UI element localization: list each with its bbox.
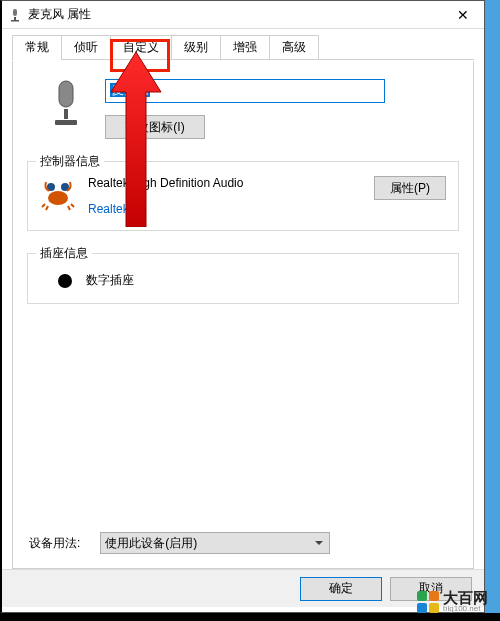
tab-enhance-label: 增强 (233, 40, 257, 54)
device-name-value: 麦克风 (110, 83, 150, 97)
tab-general[interactable]: 常规 (12, 35, 62, 60)
titlebar: 麦克风 属性 ✕ (2, 1, 484, 29)
tab-listen[interactable]: 侦听 (62, 35, 111, 59)
page-bg-bottom (0, 613, 500, 621)
controller-row: Realtek High Definition Audio Realtek 属性… (40, 176, 446, 216)
jack-legend: 插座信息 (36, 245, 92, 262)
svg-rect-5 (64, 109, 68, 119)
tab-custom-label: 自定义 (123, 40, 159, 54)
controller-text: Realtek High Definition Audio Realtek (88, 176, 362, 216)
svg-point-7 (48, 191, 68, 205)
page-bg-right (485, 0, 500, 621)
ok-button[interactable]: 确定 (300, 577, 382, 601)
tab-levels-label: 级别 (184, 40, 208, 54)
svg-rect-2 (11, 20, 19, 22)
device-usage-selected: 使用此设备(启用) (105, 536, 197, 550)
tab-advanced[interactable]: 高级 (270, 35, 319, 59)
jack-groupbox: 插座信息 数字插座 (27, 253, 459, 304)
svg-rect-3 (59, 81, 73, 107)
tab-listen-label: 侦听 (74, 40, 98, 54)
tab-underline (12, 59, 474, 60)
controller-name: Realtek High Definition Audio (88, 176, 362, 190)
tab-general-label: 常规 (25, 40, 49, 54)
device-usage-row: 设备用法: 使用此设备(启用) (29, 532, 330, 554)
controller-properties-label: 属性(P) (390, 181, 430, 195)
tab-custom[interactable]: 自定义 (111, 35, 172, 59)
ok-label: 确定 (329, 581, 353, 595)
jack-row: 数字插座 (58, 272, 446, 289)
close-icon: ✕ (457, 7, 469, 23)
microphone-large-icon (47, 79, 85, 131)
logo-url: big100.net (443, 605, 488, 613)
device-header-row: 麦克风 更改图标(I) (47, 79, 459, 139)
tab-panel: 麦克风 更改图标(I) 控制器信息 Realtek Hi (12, 61, 474, 569)
device-usage-select[interactable]: 使用此设备(启用) (100, 532, 330, 554)
watermark-logo: 大百网 big100.net (417, 590, 488, 613)
tabstrip: 常规 侦听 自定义 级别 增强 高级 (12, 35, 474, 61)
tab-levels[interactable]: 级别 (172, 35, 221, 59)
logo-name: 大百网 (443, 590, 488, 605)
jack-color-icon (58, 274, 72, 288)
jack-label: 数字插座 (86, 272, 134, 289)
device-name-input[interactable]: 麦克风 (105, 79, 385, 103)
window-title: 麦克风 属性 (28, 6, 91, 23)
svg-rect-0 (13, 9, 17, 16)
svg-rect-6 (55, 120, 77, 125)
close-button[interactable]: ✕ (442, 1, 484, 29)
window-body: 常规 侦听 自定义 级别 增强 高级 麦克风 更改图标(I) (2, 29, 484, 569)
logo-text: 大百网 big100.net (443, 590, 488, 613)
controller-groupbox: 控制器信息 Realtek High Definition Audio Real… (27, 161, 459, 231)
change-icon-label: 更改图标(I) (125, 120, 184, 134)
microphone-icon (8, 8, 22, 22)
device-name-column: 麦克风 更改图标(I) (105, 79, 459, 139)
change-icon-button[interactable]: 更改图标(I) (105, 115, 205, 139)
realtek-crab-icon (40, 176, 76, 212)
dialog-footer: 确定 取消 (2, 569, 484, 607)
controller-legend: 控制器信息 (36, 153, 104, 170)
logo-squares-icon (417, 591, 439, 613)
controller-vendor: Realtek (88, 202, 362, 216)
device-usage-label: 设备用法: (29, 535, 80, 552)
svg-rect-1 (14, 17, 16, 20)
tab-enhance[interactable]: 增强 (221, 35, 270, 59)
properties-window: 麦克风 属性 ✕ 常规 侦听 自定义 级别 增强 高级 (0, 0, 485, 613)
controller-properties-button[interactable]: 属性(P) (374, 176, 446, 200)
tab-advanced-label: 高级 (282, 40, 306, 54)
